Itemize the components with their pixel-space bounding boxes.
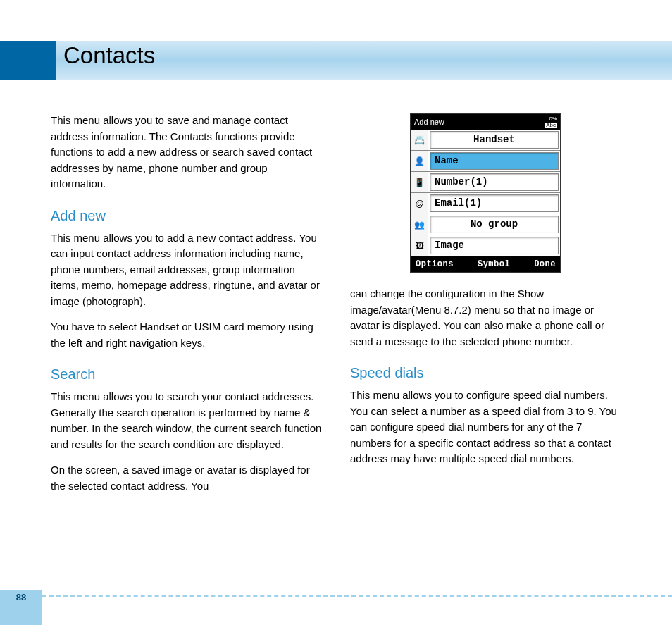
phone-row-number[interactable]: 📱 Number(1) (411, 172, 560, 193)
addnew-heading: Add new (51, 205, 322, 226)
image-field: Image (430, 237, 559, 254)
phone-row-group[interactable]: 👥 No group (411, 214, 560, 235)
name-field: Name (430, 152, 559, 170)
softkey-right[interactable]: Done (534, 258, 556, 271)
phone-row-handset[interactable]: 📇 Handset (411, 130, 560, 151)
softkey-center[interactable]: Symbol (478, 258, 510, 271)
phone-screen-title: Add new (414, 116, 444, 128)
handset-icon: 📇 (411, 130, 428, 150)
addnew-paragraph-2: You have to select Handset or USIM card … (51, 319, 322, 351)
phone-row-email[interactable]: @ Email(1) (411, 193, 560, 214)
email-icon: @ (411, 193, 428, 214)
phone-softkeys: Options Symbol Done (411, 256, 560, 272)
handset-field: Handset (430, 131, 559, 149)
left-column: This menu allows you to save and manage … (51, 113, 322, 504)
softkey-left[interactable]: Options (416, 258, 454, 271)
search-paragraph-1: This menu allows you to search your cont… (51, 389, 322, 452)
phone-status-right: 0% Abc (545, 116, 557, 128)
phone-signal: 0% (549, 116, 557, 122)
group-field: No group (430, 216, 559, 233)
name-icon: 👤 (411, 151, 428, 171)
footer-dashed-line (42, 595, 672, 597)
group-icon: 👥 (411, 214, 428, 235)
header-accent-block (0, 41, 56, 80)
search-heading: Search (51, 364, 322, 385)
intro-paragraph: This menu allows you to save and manage … (51, 113, 322, 192)
content-area: This menu allows you to save and manage … (51, 113, 621, 504)
speed-paragraph-1: This menu allows you to configure speed … (350, 388, 621, 467)
phone-screenshot: Add new 0% Abc 📇 Handset 👤 Name 📱 Number… (410, 113, 561, 273)
page-number: 88 (0, 592, 42, 602)
number-icon: 📱 (411, 172, 428, 192)
page-title: Contacts (63, 42, 155, 69)
phone-input-mode: Abc (545, 123, 557, 128)
search-paragraph-2: On the screen, a saved image or avatar i… (51, 462, 322, 494)
addnew-paragraph-1: This menu allows you to add a new contac… (51, 230, 322, 310)
phone-row-image[interactable]: 🖼 Image (411, 235, 560, 256)
email-field: Email(1) (430, 194, 559, 212)
number-field: Number(1) (430, 173, 559, 191)
speed-heading: Speed dials (350, 362, 621, 383)
phone-row-name[interactable]: 👤 Name (411, 151, 560, 172)
continuation-paragraph: can change the configuration in the Show… (350, 286, 621, 349)
right-column: Add new 0% Abc 📇 Handset 👤 Name 📱 Number… (350, 113, 621, 504)
phone-status-bar: Add new 0% Abc (411, 114, 560, 130)
image-icon: 🖼 (411, 235, 428, 256)
